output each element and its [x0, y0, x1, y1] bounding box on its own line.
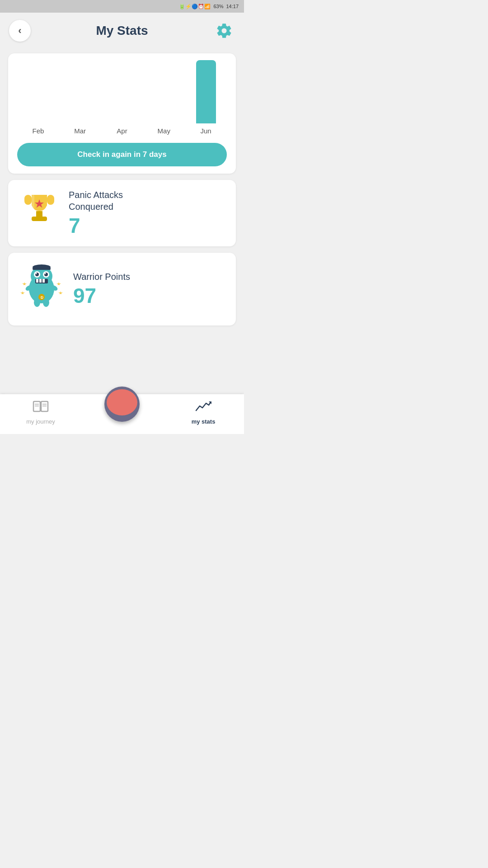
- svg-marker-11: [58, 291, 63, 294]
- check-in-button[interactable]: Check in again in 7 days: [17, 143, 227, 166]
- svg-rect-34: [41, 401, 48, 411]
- status-bar: 🔋⚡🔵⏰📶 63% 14:17: [0, 0, 244, 13]
- nav-label-my-journey: my journey: [26, 418, 55, 425]
- svg-rect-33: [33, 401, 40, 411]
- settings-button[interactable]: [213, 20, 235, 42]
- gear-icon: [216, 22, 233, 39]
- bar-col-jun: Jun: [185, 60, 227, 135]
- svg-rect-7: [32, 195, 34, 211]
- panic-attacks-value: 7: [69, 214, 80, 237]
- svg-rect-3: [47, 195, 54, 205]
- bar-col-feb: Feb: [17, 123, 59, 135]
- bar-chart: Feb Mar Apr May Jun: [17, 62, 227, 135]
- svg-point-29: [34, 298, 40, 307]
- page-title: My Stats: [96, 24, 148, 38]
- panic-attacks-label-line2: Conquered: [69, 201, 113, 212]
- panic-attacks-card: Panic Attacks Conquered 7: [8, 180, 236, 246]
- svg-text:①: ①: [40, 296, 43, 300]
- bar-col-may: May: [143, 123, 185, 135]
- warrior-points-value: 97: [73, 284, 96, 307]
- nav-label-my-stats: my stats: [192, 418, 216, 425]
- chart-card: Feb Mar Apr May Jun Check in again in 7 …: [8, 53, 236, 174]
- main-content: Feb Mar Apr May Jun Check in again in 7 …: [0, 49, 244, 330]
- svg-rect-5: [32, 217, 47, 221]
- status-time: 14:17: [226, 4, 239, 9]
- status-icons: 🔋⚡🔵⏰📶: [179, 4, 211, 9]
- svg-point-21: [36, 273, 37, 274]
- bar-label-apr: Apr: [117, 127, 127, 135]
- back-button[interactable]: ‹: [9, 20, 31, 42]
- svg-rect-26: [42, 279, 45, 283]
- book-icon: [33, 400, 49, 416]
- panic-button-inner: [107, 389, 137, 415]
- bar-label-mar: Mar: [74, 127, 86, 135]
- bar-label-may: May: [158, 127, 170, 135]
- warrior-points-card: ① Warrior Points 97: [8, 253, 236, 326]
- bar-label-feb: Feb: [32, 127, 44, 135]
- battery-percent: 63%: [213, 4, 223, 9]
- svg-marker-10: [56, 282, 61, 285]
- svg-marker-9: [20, 291, 25, 294]
- monster-icon: ①: [19, 262, 64, 316]
- svg-point-22: [45, 273, 46, 274]
- panic-attacks-label-line1: Panic Attacks: [69, 189, 123, 201]
- header: ‹ My Stats: [0, 13, 244, 49]
- svg-rect-2: [24, 195, 32, 205]
- nav-item-panic-button[interactable]: [81, 387, 163, 422]
- bar-label-jun: Jun: [200, 127, 211, 135]
- svg-rect-16: [33, 268, 51, 270]
- svg-rect-4: [36, 211, 42, 217]
- warrior-points-label: Warrior Points: [73, 271, 130, 283]
- panic-attacks-text: Panic Attacks Conquered 7: [69, 189, 123, 237]
- nav-item-my-journey[interactable]: my journey: [0, 400, 81, 425]
- back-icon: ‹: [18, 25, 21, 37]
- bar-col-mar: Mar: [59, 123, 101, 135]
- svg-rect-25: [39, 279, 42, 283]
- stats-icon: [195, 400, 211, 416]
- nav-item-my-stats[interactable]: my stats: [163, 400, 244, 425]
- bottom-nav: my journey my stats: [0, 394, 244, 434]
- svg-point-30: [43, 298, 49, 307]
- svg-rect-24: [36, 279, 38, 283]
- svg-marker-8: [22, 282, 27, 285]
- warrior-points-text: Warrior Points 97: [73, 271, 130, 307]
- trophy-icon: [19, 190, 60, 236]
- bar-col-apr: Apr: [101, 123, 143, 135]
- panic-button-outer[interactable]: [104, 387, 140, 422]
